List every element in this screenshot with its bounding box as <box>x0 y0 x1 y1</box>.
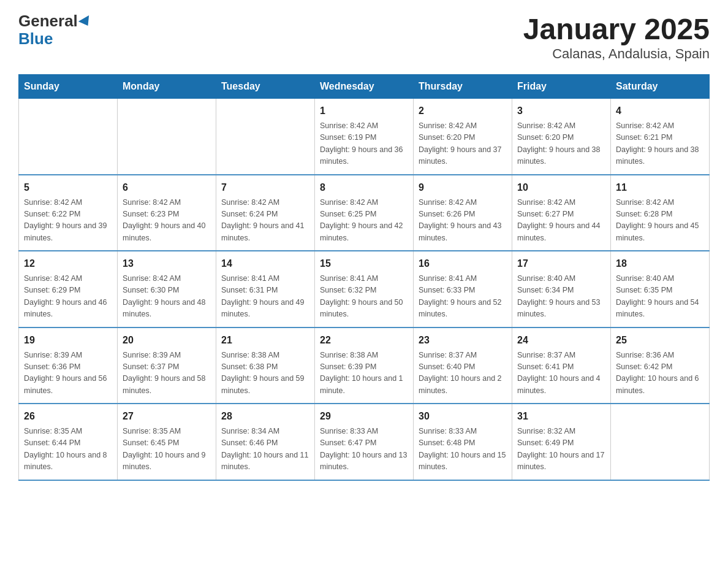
day-info: Sunrise: 8:39 AMSunset: 6:37 PMDaylight:… <box>123 350 211 397</box>
day-info: Sunrise: 8:42 AMSunset: 6:29 PMDaylight:… <box>24 273 112 321</box>
day-number: 22 <box>320 333 408 348</box>
day-info: Sunrise: 8:42 AMSunset: 6:30 PMDaylight:… <box>123 273 211 321</box>
page-header: General Blue January 2025 Calanas, Andal… <box>18 12 710 62</box>
day-info: Sunrise: 8:42 AMSunset: 6:21 PMDaylight:… <box>616 120 704 168</box>
day-info: Sunrise: 8:42 AMSunset: 6:26 PMDaylight:… <box>419 197 507 245</box>
day-info: Sunrise: 8:41 AMSunset: 6:32 PMDaylight:… <box>320 273 408 321</box>
day-number: 26 <box>24 409 112 424</box>
header-cell-thursday: Thursday <box>414 75 512 99</box>
calendar-week-4: 19Sunrise: 8:39 AMSunset: 6:36 PMDayligh… <box>19 327 710 404</box>
day-info: Sunrise: 8:42 AMSunset: 6:20 PMDaylight:… <box>419 120 507 168</box>
day-info: Sunrise: 8:35 AMSunset: 6:44 PMDaylight:… <box>24 426 112 473</box>
day-info: Sunrise: 8:38 AMSunset: 6:38 PMDaylight:… <box>221 350 309 397</box>
calendar-cell <box>118 99 216 175</box>
calendar-cell: 2Sunrise: 8:42 AMSunset: 6:20 PMDaylight… <box>414 99 512 175</box>
day-info: Sunrise: 8:36 AMSunset: 6:42 PMDaylight:… <box>616 350 704 397</box>
calendar-cell: 19Sunrise: 8:39 AMSunset: 6:36 PMDayligh… <box>19 327 118 404</box>
header-cell-saturday: Saturday <box>611 75 710 99</box>
calendar-cell: 24Sunrise: 8:37 AMSunset: 6:41 PMDayligh… <box>512 327 611 404</box>
day-info: Sunrise: 8:34 AMSunset: 6:46 PMDaylight:… <box>221 426 309 473</box>
day-number: 16 <box>419 256 507 271</box>
day-number: 27 <box>123 409 211 424</box>
calendar-cell: 10Sunrise: 8:42 AMSunset: 6:27 PMDayligh… <box>512 175 611 251</box>
calendar-cell: 16Sunrise: 8:41 AMSunset: 6:33 PMDayligh… <box>414 251 512 327</box>
day-number: 21 <box>221 333 309 348</box>
calendar-cell: 14Sunrise: 8:41 AMSunset: 6:31 PMDayligh… <box>216 251 315 327</box>
calendar-week-2: 5Sunrise: 8:42 AMSunset: 6:22 PMDaylight… <box>19 175 710 251</box>
day-number: 5 <box>24 180 112 195</box>
day-number: 9 <box>419 180 507 195</box>
day-info: Sunrise: 8:35 AMSunset: 6:45 PMDaylight:… <box>123 426 211 473</box>
day-info: Sunrise: 8:39 AMSunset: 6:36 PMDaylight:… <box>24 350 112 397</box>
day-info: Sunrise: 8:37 AMSunset: 6:41 PMDaylight:… <box>517 350 605 397</box>
day-info: Sunrise: 8:32 AMSunset: 6:49 PMDaylight:… <box>517 426 605 473</box>
day-info: Sunrise: 8:33 AMSunset: 6:47 PMDaylight:… <box>320 426 408 473</box>
day-info: Sunrise: 8:42 AMSunset: 6:28 PMDaylight:… <box>616 197 704 245</box>
header-cell-wednesday: Wednesday <box>315 75 414 99</box>
day-number: 20 <box>123 333 211 348</box>
calendar-cell: 28Sunrise: 8:34 AMSunset: 6:46 PMDayligh… <box>216 404 315 480</box>
day-number: 7 <box>221 180 309 195</box>
day-info: Sunrise: 8:42 AMSunset: 6:19 PMDaylight:… <box>320 120 408 168</box>
header-cell-friday: Friday <box>512 75 611 99</box>
day-number: 12 <box>24 256 112 271</box>
day-info: Sunrise: 8:38 AMSunset: 6:39 PMDaylight:… <box>320 350 408 397</box>
calendar-cell: 13Sunrise: 8:42 AMSunset: 6:30 PMDayligh… <box>118 251 216 327</box>
day-info: Sunrise: 8:42 AMSunset: 6:23 PMDaylight:… <box>123 197 211 245</box>
calendar-cell <box>216 99 315 175</box>
header-cell-sunday: Sunday <box>19 75 118 99</box>
day-number: 29 <box>320 409 408 424</box>
day-number: 2 <box>419 104 507 118</box>
calendar-cell: 23Sunrise: 8:37 AMSunset: 6:40 PMDayligh… <box>414 327 512 404</box>
day-number: 8 <box>320 180 408 195</box>
day-number: 17 <box>517 256 605 271</box>
calendar-cell: 12Sunrise: 8:42 AMSunset: 6:29 PMDayligh… <box>19 251 118 327</box>
day-info: Sunrise: 8:40 AMSunset: 6:34 PMDaylight:… <box>517 273 605 321</box>
header-cell-tuesday: Tuesday <box>216 75 315 99</box>
page-subtitle: Calanas, Andalusia, Spain <box>523 46 710 62</box>
day-info: Sunrise: 8:42 AMSunset: 6:22 PMDaylight:… <box>24 197 112 245</box>
day-info: Sunrise: 8:42 AMSunset: 6:27 PMDaylight:… <box>517 197 605 245</box>
logo-blue-text: Blue <box>18 30 92 48</box>
calendar-cell: 5Sunrise: 8:42 AMSunset: 6:22 PMDaylight… <box>19 175 118 251</box>
calendar-cell: 31Sunrise: 8:32 AMSunset: 6:49 PMDayligh… <box>512 404 611 480</box>
day-number: 10 <box>517 180 605 195</box>
calendar-cell: 26Sunrise: 8:35 AMSunset: 6:44 PMDayligh… <box>19 404 118 480</box>
day-info: Sunrise: 8:42 AMSunset: 6:20 PMDaylight:… <box>517 120 605 168</box>
logo: General Blue <box>18 12 92 47</box>
day-info: Sunrise: 8:33 AMSunset: 6:48 PMDaylight:… <box>419 426 507 473</box>
calendar-cell <box>19 99 118 175</box>
day-info: Sunrise: 8:41 AMSunset: 6:33 PMDaylight:… <box>419 273 507 321</box>
day-number: 25 <box>616 333 704 348</box>
calendar-cell: 15Sunrise: 8:41 AMSunset: 6:32 PMDayligh… <box>315 251 414 327</box>
calendar-cell: 3Sunrise: 8:42 AMSunset: 6:20 PMDaylight… <box>512 99 611 175</box>
calendar-cell: 8Sunrise: 8:42 AMSunset: 6:25 PMDaylight… <box>315 175 414 251</box>
header-cell-monday: Monday <box>118 75 216 99</box>
calendar-week-1: 1Sunrise: 8:42 AMSunset: 6:19 PMDaylight… <box>19 99 710 175</box>
calendar-cell: 20Sunrise: 8:39 AMSunset: 6:37 PMDayligh… <box>118 327 216 404</box>
calendar-cell: 11Sunrise: 8:42 AMSunset: 6:28 PMDayligh… <box>611 175 710 251</box>
calendar-cell: 6Sunrise: 8:42 AMSunset: 6:23 PMDaylight… <box>118 175 216 251</box>
day-info: Sunrise: 8:42 AMSunset: 6:24 PMDaylight:… <box>221 197 309 245</box>
day-number: 30 <box>419 409 507 424</box>
calendar-cell: 22Sunrise: 8:38 AMSunset: 6:39 PMDayligh… <box>315 327 414 404</box>
day-number: 31 <box>517 409 605 424</box>
calendar-cell <box>611 404 710 480</box>
calendar-cell: 27Sunrise: 8:35 AMSunset: 6:45 PMDayligh… <box>118 404 216 480</box>
calendar-cell: 29Sunrise: 8:33 AMSunset: 6:47 PMDayligh… <box>315 404 414 480</box>
day-info: Sunrise: 8:42 AMSunset: 6:25 PMDaylight:… <box>320 197 408 245</box>
calendar-cell: 17Sunrise: 8:40 AMSunset: 6:34 PMDayligh… <box>512 251 611 327</box>
calendar-table: SundayMondayTuesdayWednesdayThursdayFrid… <box>18 74 710 481</box>
calendar-cell: 18Sunrise: 8:40 AMSunset: 6:35 PMDayligh… <box>611 251 710 327</box>
day-info: Sunrise: 8:41 AMSunset: 6:31 PMDaylight:… <box>221 273 309 321</box>
logo-general-text: General <box>18 12 92 30</box>
calendar-cell: 21Sunrise: 8:38 AMSunset: 6:38 PMDayligh… <box>216 327 315 404</box>
day-number: 11 <box>616 180 704 195</box>
day-number: 4 <box>616 104 704 118</box>
calendar-cell: 9Sunrise: 8:42 AMSunset: 6:26 PMDaylight… <box>414 175 512 251</box>
calendar-week-5: 26Sunrise: 8:35 AMSunset: 6:44 PMDayligh… <box>19 404 710 480</box>
day-number: 6 <box>123 180 211 195</box>
calendar-cell: 7Sunrise: 8:42 AMSunset: 6:24 PMDaylight… <box>216 175 315 251</box>
day-info: Sunrise: 8:40 AMSunset: 6:35 PMDaylight:… <box>616 273 704 321</box>
calendar-cell: 30Sunrise: 8:33 AMSunset: 6:48 PMDayligh… <box>414 404 512 480</box>
